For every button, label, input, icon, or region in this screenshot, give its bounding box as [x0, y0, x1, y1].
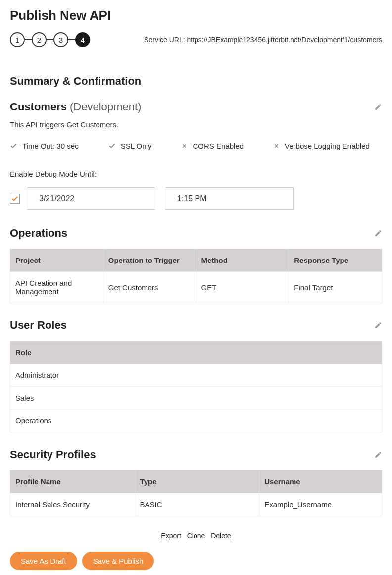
step-connector	[47, 39, 53, 40]
api-name-line: Customers (Development)	[10, 101, 141, 113]
col-operation: Operation to Trigger	[103, 249, 196, 272]
step-connector	[25, 39, 32, 40]
cell-operation: Get Customers	[103, 272, 196, 303]
col-project: Project	[10, 249, 103, 272]
user-roles-table: Role Administrator Sales Operations	[10, 341, 382, 432]
flag-ssl: SSL Only	[108, 142, 152, 150]
step-3[interactable]: 3	[53, 32, 68, 47]
debug-label: Enable Debug Mode Until:	[10, 170, 382, 178]
table-header-row: Project Operation to Trigger Method Resp…	[10, 249, 382, 272]
export-link[interactable]: Export	[161, 532, 181, 540]
flag-timeout-label: Time Out: 30 sec	[22, 142, 79, 150]
cell-project: API Creation and Management	[10, 272, 103, 303]
pencil-icon[interactable]	[374, 321, 382, 329]
header-row: 1 2 3 4 Service URL: https://JBExample12…	[10, 32, 382, 47]
step-4-active[interactable]: 4	[75, 32, 90, 47]
x-icon	[273, 143, 280, 149]
api-header: Customers (Development)	[10, 101, 382, 113]
flag-verbose: Verbose Logging Enabled	[273, 142, 370, 150]
col-profile: Profile Name	[10, 470, 135, 493]
footer-buttons: Save As Draft Save & Publish	[10, 552, 382, 570]
cell-type: BASIC	[135, 493, 259, 516]
security-header: Security Profiles	[10, 448, 382, 461]
security-title: Security Profiles	[10, 448, 96, 461]
service-url: Service URL: https://JBExample123456.jit…	[144, 36, 382, 44]
col-method: Method	[196, 249, 289, 272]
step-2[interactable]: 2	[32, 32, 47, 47]
cell-response: Final Target	[289, 272, 382, 303]
col-role: Role	[10, 341, 382, 364]
table-row: API Creation and Management Get Customer…	[10, 272, 382, 303]
pencil-icon[interactable]	[374, 103, 382, 111]
step-connector	[68, 39, 75, 40]
flag-cors: CORS Enabled	[181, 142, 244, 150]
col-username: Username	[259, 470, 382, 493]
debug-checkbox[interactable]	[10, 194, 20, 204]
user-roles-title: User Roles	[10, 319, 67, 332]
api-description: This API triggers Get Customers.	[10, 120, 382, 129]
user-roles-header: User Roles	[10, 319, 382, 332]
pencil-icon[interactable]	[374, 451, 382, 459]
security-table: Profile Name Type Username Internal Sale…	[10, 470, 382, 516]
cell-role: Sales	[10, 387, 382, 410]
clone-link[interactable]: Clone	[187, 532, 205, 540]
cell-role: Administrator	[10, 364, 382, 387]
flag-timeout: Time Out: 30 sec	[10, 142, 79, 150]
save-publish-button[interactable]: Save & Publish	[82, 552, 154, 570]
flag-cors-label: CORS Enabled	[193, 142, 244, 150]
api-name: Customers	[10, 101, 67, 113]
debug-date-field[interactable]	[27, 187, 155, 210]
summary-title: Summary & Confirmation	[10, 75, 382, 88]
flags-row: Time Out: 30 sec SSL Only CORS Enabled V…	[10, 142, 382, 150]
service-url-value: https://JBExample123456.jitterbit.net/De…	[187, 36, 382, 44]
cell-profile: Internal Sales Security	[10, 493, 135, 516]
operations-table: Project Operation to Trigger Method Resp…	[10, 249, 382, 303]
cell-role: Operations	[10, 410, 382, 432]
x-icon	[181, 143, 188, 149]
cell-username: Example_Username	[259, 493, 382, 516]
flag-ssl-label: SSL Only	[121, 142, 152, 150]
debug-time-field[interactable]	[165, 187, 294, 210]
check-icon	[108, 142, 116, 150]
table-row: Administrator	[10, 364, 382, 387]
page-title: Publish New API	[10, 8, 382, 23]
table-header-row: Role	[10, 341, 382, 364]
table-row: Operations	[10, 410, 382, 432]
col-response: Response Type	[289, 249, 382, 272]
step-indicator: 1 2 3 4	[10, 32, 90, 47]
table-header-row: Profile Name Type Username	[10, 470, 382, 493]
delete-link[interactable]: Delete	[211, 532, 231, 540]
table-row: Sales	[10, 387, 382, 410]
check-icon	[10, 142, 17, 150]
col-type: Type	[135, 470, 259, 493]
flag-verbose-label: Verbose Logging Enabled	[285, 142, 370, 150]
cell-method: GET	[196, 272, 289, 303]
action-links: Export Clone Delete	[10, 532, 382, 540]
operations-title: Operations	[10, 227, 67, 240]
pencil-icon[interactable]	[374, 229, 382, 237]
save-draft-button[interactable]: Save As Draft	[10, 552, 77, 570]
operations-header: Operations	[10, 227, 382, 240]
debug-row	[10, 187, 382, 210]
step-1[interactable]: 1	[10, 32, 25, 47]
table-row: Internal Sales Security BASIC Example_Us…	[10, 493, 382, 516]
api-environment: (Development)	[70, 101, 141, 113]
service-url-label: Service URL:	[144, 36, 187, 44]
